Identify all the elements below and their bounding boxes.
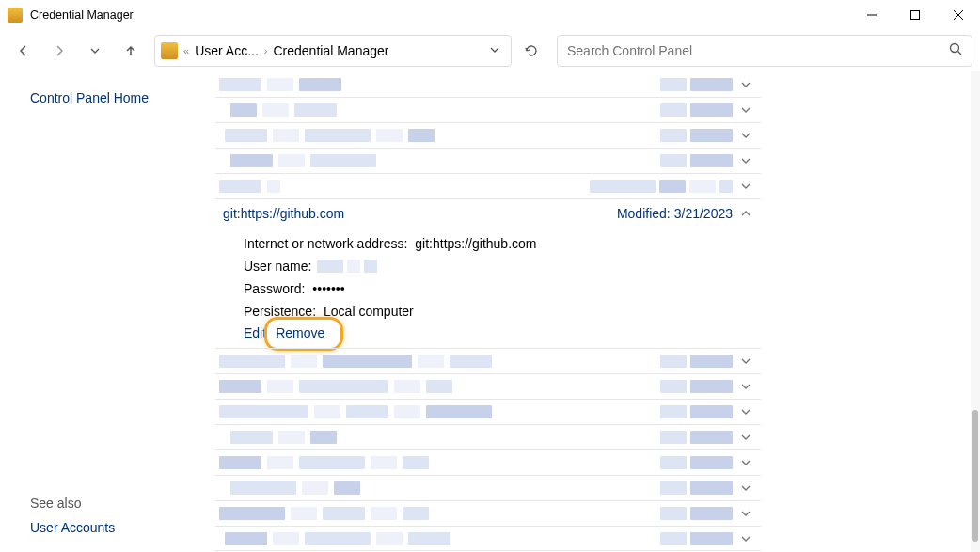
scrollbar-thumb[interactable] bbox=[972, 410, 978, 542]
title-bar: Credential Manager bbox=[0, 0, 980, 30]
control-panel-home-link[interactable]: Control Panel Home bbox=[30, 90, 193, 105]
recent-dropdown[interactable] bbox=[79, 35, 111, 67]
folder-icon bbox=[161, 42, 178, 59]
chevron-right-icon: › bbox=[262, 45, 270, 56]
navigation-bar: « User Acc... › Credential Manager bbox=[8, 30, 972, 71]
chevron-down-icon[interactable] bbox=[738, 128, 753, 143]
username-label: User name: bbox=[244, 259, 311, 274]
credential-expanded: git:https://github.com Modified:3/21/202… bbox=[215, 198, 761, 348]
chevron-down-icon[interactable] bbox=[738, 404, 753, 419]
up-button[interactable] bbox=[115, 35, 147, 67]
content-area: git:https://github.com Modified:3/21/202… bbox=[193, 71, 980, 552]
refresh-button[interactable] bbox=[515, 35, 547, 67]
window-title: Credential Manager bbox=[30, 8, 134, 22]
close-button[interactable] bbox=[937, 0, 980, 30]
credential-row[interactable] bbox=[215, 399, 761, 424]
user-accounts-link[interactable]: User Accounts bbox=[30, 520, 193, 535]
credential-row[interactable] bbox=[215, 526, 761, 551]
breadcrumb-part-1[interactable]: User Acc... bbox=[195, 43, 259, 58]
credential-row[interactable] bbox=[215, 424, 761, 449]
credential-row[interactable] bbox=[215, 373, 761, 399]
credential-row[interactable] bbox=[215, 97, 761, 122]
chevron-down-icon[interactable] bbox=[738, 179, 753, 194]
app-icon bbox=[8, 8, 23, 23]
credential-row[interactable] bbox=[215, 173, 761, 198]
credential-row[interactable] bbox=[215, 449, 761, 475]
credential-row[interactable] bbox=[215, 348, 761, 373]
persistence-label: Persistence: bbox=[244, 304, 316, 319]
remove-link[interactable]: Remove bbox=[276, 325, 324, 340]
chevron-down-icon[interactable] bbox=[738, 77, 753, 92]
chevron-down-icon[interactable] bbox=[738, 354, 753, 369]
chevron-down-icon[interactable] bbox=[738, 430, 753, 445]
forward-button[interactable] bbox=[43, 35, 75, 67]
chevron-down-icon[interactable] bbox=[738, 506, 753, 521]
credential-row[interactable] bbox=[215, 71, 761, 97]
search-input[interactable] bbox=[567, 43, 949, 58]
credential-header[interactable]: git:https://github.com Modified:3/21/202… bbox=[215, 199, 761, 228]
credential-row[interactable] bbox=[215, 475, 761, 500]
svg-point-4 bbox=[951, 44, 959, 53]
search-icon[interactable] bbox=[949, 42, 962, 59]
password-value: ••••••• bbox=[312, 281, 344, 296]
svg-line-5 bbox=[958, 52, 962, 55]
credential-row[interactable] bbox=[215, 148, 761, 173]
maximize-button[interactable] bbox=[893, 0, 937, 30]
password-label: Password: bbox=[244, 281, 305, 296]
sidebar: Control Panel Home See also User Account… bbox=[0, 71, 193, 552]
modified-label: Modified:3/21/2023 bbox=[617, 206, 733, 221]
persistence-value: Local computer bbox=[324, 304, 414, 319]
back-button[interactable] bbox=[8, 35, 40, 67]
credential-row[interactable] bbox=[215, 122, 761, 148]
scrollbar[interactable] bbox=[971, 71, 980, 552]
credential-row[interactable] bbox=[215, 500, 761, 526]
chevron-up-icon[interactable] bbox=[738, 206, 753, 221]
search-box[interactable] bbox=[557, 35, 972, 67]
breadcrumb-dropdown[interactable] bbox=[484, 45, 505, 56]
chevron-left-icon: « bbox=[182, 45, 191, 56]
credential-list: git:https://github.com Modified:3/21/202… bbox=[215, 71, 761, 551]
breadcrumb-part-2[interactable]: Credential Manager bbox=[273, 43, 388, 58]
see-also-label: See also bbox=[30, 496, 193, 511]
chevron-down-icon[interactable] bbox=[738, 153, 753, 168]
chevron-down-icon[interactable] bbox=[738, 531, 753, 546]
chevron-down-icon[interactable] bbox=[738, 379, 753, 394]
chevron-down-icon[interactable] bbox=[738, 103, 753, 118]
breadcrumb[interactable]: « User Acc... › Credential Manager bbox=[154, 35, 512, 67]
address-value: git:https://github.com bbox=[415, 236, 536, 251]
svg-rect-1 bbox=[911, 11, 920, 20]
minimize-button[interactable] bbox=[850, 0, 893, 30]
chevron-down-icon[interactable] bbox=[738, 455, 753, 470]
chevron-down-icon[interactable] bbox=[738, 481, 753, 496]
credential-title: git:https://github.com bbox=[215, 206, 344, 221]
address-label: Internet or network address: bbox=[244, 236, 407, 251]
edit-link[interactable]: Edit bbox=[244, 325, 266, 340]
